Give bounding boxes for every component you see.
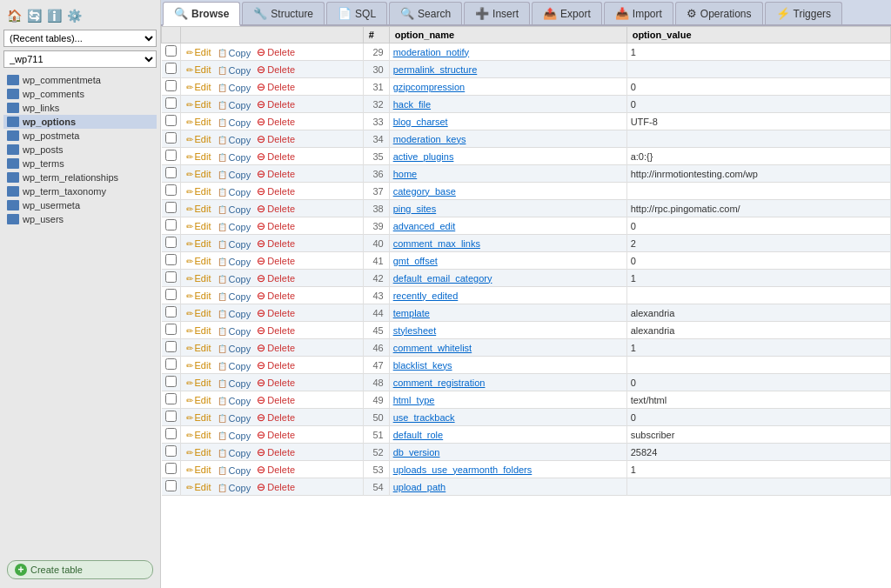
delete-button[interactable]: Delete	[255, 98, 297, 110]
edit-link[interactable]: Edit	[195, 412, 211, 423]
row-checkbox[interactable]	[165, 45, 177, 57]
edit-button[interactable]: Edit	[184, 204, 213, 214]
row-checkbox[interactable]	[165, 358, 177, 370]
row-name-link[interactable]: gmt_offset	[393, 256, 438, 266]
edit-button[interactable]: Edit	[184, 378, 213, 388]
delete-link[interactable]: Delete	[267, 291, 295, 301]
copy-link[interactable]: Copy	[229, 187, 251, 197]
delete-link[interactable]: Delete	[267, 273, 295, 284]
edit-button[interactable]: Edit	[184, 482, 213, 492]
row-name-link[interactable]: hack_file	[393, 99, 431, 110]
row-checkbox[interactable]	[165, 289, 177, 300]
row-checkbox[interactable]	[165, 463, 177, 474]
row-checkbox[interactable]	[165, 167, 177, 178]
copy-button[interactable]: 📋 Copy	[216, 187, 253, 197]
delete-link[interactable]: Delete	[267, 169, 295, 179]
delete-button[interactable]: Delete	[255, 255, 297, 267]
copy-link[interactable]: Copy	[229, 378, 251, 389]
copy-button[interactable]: 📋 Copy	[216, 135, 253, 145]
edit-link[interactable]: Edit	[195, 47, 211, 57]
sidebar-table-item[interactable]: wp_term_relationships	[3, 170, 157, 184]
edit-button[interactable]: Edit	[184, 151, 213, 162]
delete-button[interactable]: Delete	[255, 342, 297, 354]
copy-link[interactable]: Copy	[229, 170, 251, 180]
copy-link[interactable]: Copy	[229, 291, 251, 302]
row-name-link[interactable]: recently_edited	[393, 291, 459, 301]
copy-link[interactable]: Copy	[229, 204, 251, 215]
copy-button[interactable]: 📋 Copy	[216, 291, 253, 302]
row-name-link[interactable]: upload_path	[393, 482, 446, 492]
edit-link[interactable]: Edit	[195, 482, 211, 492]
delete-link[interactable]: Delete	[267, 378, 295, 388]
delete-button[interactable]: Delete	[255, 481, 297, 493]
edit-link[interactable]: Edit	[195, 256, 211, 266]
copy-button[interactable]: 📋 Copy	[216, 117, 253, 128]
row-checkbox[interactable]	[165, 341, 177, 352]
copy-link[interactable]: Copy	[229, 274, 251, 284]
row-checkbox[interactable]	[165, 219, 177, 231]
row-checkbox[interactable]	[165, 271, 177, 283]
recent-tables-select[interactable]: (Recent tables)...	[3, 30, 157, 47]
delete-link[interactable]: Delete	[267, 221, 295, 231]
row-name-link[interactable]: uploads_use_yearmonth_folders	[393, 464, 533, 475]
sidebar-table-item[interactable]: wp_terms	[3, 157, 157, 170]
copy-link[interactable]: Copy	[229, 83, 251, 93]
row-checkbox[interactable]	[165, 237, 177, 248]
edit-button[interactable]: Edit	[184, 412, 213, 423]
delete-button[interactable]: Delete	[255, 324, 297, 337]
delete-button[interactable]: Delete	[255, 307, 297, 319]
refresh-icon[interactable]: 🔄	[25, 7, 43, 24]
row-checkbox[interactable]	[165, 411, 177, 422]
tab-import[interactable]: 📥Import	[604, 2, 673, 24]
delete-link[interactable]: Delete	[267, 360, 295, 371]
edit-button[interactable]: Edit	[184, 464, 213, 475]
tab-operations[interactable]: ⚙Operations	[675, 2, 763, 24]
tab-structure[interactable]: 🔧Structure	[242, 2, 325, 24]
delete-link[interactable]: Delete	[267, 447, 295, 458]
tab-search[interactable]: 🔍Search	[389, 2, 462, 24]
delete-link[interactable]: Delete	[267, 204, 295, 214]
copy-link[interactable]: Copy	[229, 413, 251, 424]
copy-link[interactable]: Copy	[229, 100, 251, 110]
row-name-link[interactable]: stylesheet	[393, 325, 437, 336]
copy-link[interactable]: Copy	[229, 465, 251, 476]
copy-button[interactable]: 📋 Copy	[216, 65, 253, 76]
copy-button[interactable]: 📋 Copy	[216, 448, 253, 458]
delete-link[interactable]: Delete	[267, 82, 295, 92]
row-checkbox[interactable]	[165, 150, 177, 161]
delete-button[interactable]: Delete	[255, 168, 297, 180]
sidebar-table-item[interactable]: wp_users	[3, 212, 157, 226]
row-checkbox[interactable]	[165, 202, 177, 213]
delete-button[interactable]: Delete	[255, 150, 297, 163]
edit-button[interactable]: Edit	[184, 221, 213, 231]
row-checkbox[interactable]	[165, 80, 177, 91]
delete-button[interactable]: Delete	[255, 46, 297, 58]
edit-button[interactable]: Edit	[184, 273, 213, 284]
row-checkbox[interactable]	[165, 184, 177, 196]
row-name-link[interactable]: active_plugins	[393, 151, 454, 162]
copy-button[interactable]: 📋 Copy	[216, 483, 253, 493]
delete-button[interactable]: Delete	[255, 220, 297, 232]
row-name-link[interactable]: moderation_keys	[393, 134, 466, 144]
delete-link[interactable]: Delete	[267, 151, 295, 162]
edit-button[interactable]: Edit	[184, 238, 213, 249]
edit-link[interactable]: Edit	[195, 447, 211, 458]
tab-sql[interactable]: 📄SQL	[326, 2, 387, 24]
home-icon[interactable]: 🏠	[5, 7, 23, 24]
delete-button[interactable]: Delete	[255, 464, 297, 476]
copy-button[interactable]: 📋 Copy	[216, 361, 253, 371]
row-checkbox[interactable]	[165, 480, 177, 491]
row-checkbox[interactable]	[165, 445, 177, 457]
delete-link[interactable]: Delete	[267, 238, 295, 249]
info-icon[interactable]: ℹ️	[45, 7, 63, 24]
edit-link[interactable]: Edit	[195, 221, 211, 231]
delete-link[interactable]: Delete	[267, 482, 295, 492]
edit-link[interactable]: Edit	[195, 430, 211, 440]
tab-triggers[interactable]: ⚡Triggers	[765, 2, 843, 24]
tab-insert[interactable]: ➕Insert	[464, 2, 530, 24]
sidebar-table-item[interactable]: wp_commentmeta	[3, 73, 157, 87]
copy-link[interactable]: Copy	[229, 344, 251, 354]
delete-link[interactable]: Delete	[267, 343, 295, 353]
copy-button[interactable]: 📋 Copy	[216, 378, 253, 389]
row-checkbox[interactable]	[165, 115, 177, 126]
